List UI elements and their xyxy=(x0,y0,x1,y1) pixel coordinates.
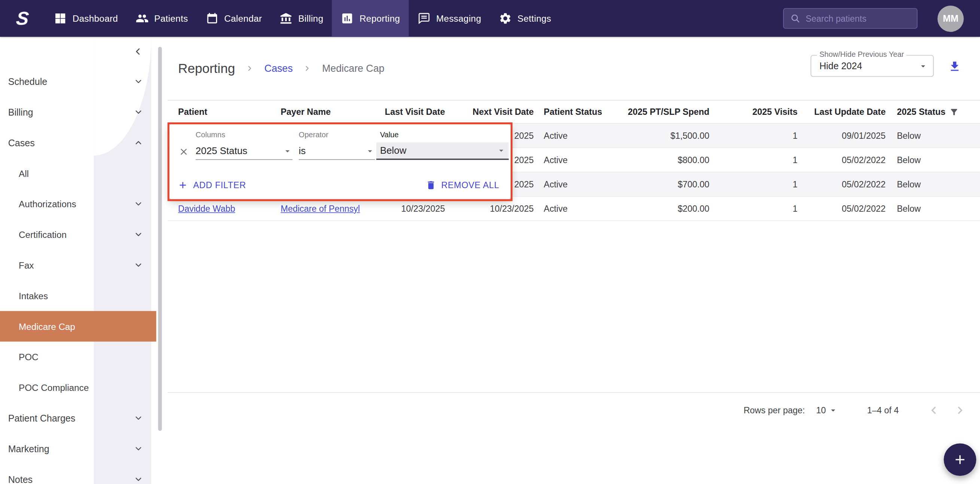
cell-spend: $1,500.00 xyxy=(616,130,710,141)
nav-reporting[interactable]: Reporting xyxy=(332,0,409,37)
search-box[interactable] xyxy=(783,8,918,29)
cell-spend: $700.00 xyxy=(616,179,710,189)
messaging-icon xyxy=(417,12,431,25)
app-logo[interactable]: S xyxy=(0,0,47,37)
header-spend[interactable]: 2025 PT/SLP Spend xyxy=(616,107,710,117)
cell-last-update: 05/02/2022 xyxy=(797,155,885,165)
download-button[interactable] xyxy=(948,60,961,73)
sidebar-menu: Schedule Billing Cases All Authorization… xyxy=(0,37,156,484)
payer-link[interactable]: Medicare of Pennsyl xyxy=(281,203,360,214)
cell-next-visit: 10/23/2025 xyxy=(445,203,534,214)
chevron-left-icon xyxy=(132,46,143,57)
table-row: Davidde Wabb Medicare of Pennsyl 10/23/2… xyxy=(167,197,980,221)
filter-panel: Columns 2025 Status Operator is Value Be… xyxy=(169,124,511,199)
chevron-down-icon xyxy=(134,77,143,86)
nav-messaging-label: Messaging xyxy=(436,13,481,24)
cell-visits: 1 xyxy=(710,203,797,214)
cell-patient-status: Active xyxy=(534,155,616,165)
add-fab-button[interactable] xyxy=(944,443,976,476)
nav-calendar-label: Calendar xyxy=(224,13,262,24)
reporting-icon xyxy=(340,12,354,25)
nav-settings-label: Settings xyxy=(517,13,551,24)
chevron-down-icon xyxy=(283,146,293,156)
nav-settings[interactable]: Settings xyxy=(490,0,560,37)
main-content: Reporting Cases Medicare Cap Show/Hide P… xyxy=(167,37,980,484)
header-next-visit-date[interactable]: Next Visit Date xyxy=(445,107,534,117)
sidebar-scrollbar[interactable] xyxy=(158,47,162,431)
search-input[interactable] xyxy=(805,13,910,24)
filter-value-select[interactable]: Below xyxy=(376,143,509,160)
chevron-down-icon xyxy=(134,260,143,270)
cell-last-update: 09/01/2025 xyxy=(797,130,885,141)
add-filter-button[interactable]: ADD FILTER xyxy=(177,176,246,194)
sidebar-item-poc[interactable]: POC xyxy=(0,341,156,372)
cell-patient-status: Active xyxy=(534,179,616,189)
nav-messaging[interactable]: Messaging xyxy=(409,0,490,37)
chevron-up-icon xyxy=(134,138,143,148)
chevron-right-icon xyxy=(303,64,312,73)
chevron-down-icon xyxy=(134,474,143,484)
sidebar-item-certification[interactable]: Certification xyxy=(0,219,156,250)
nav-reporting-label: Reporting xyxy=(360,13,400,24)
chevron-down-icon xyxy=(134,230,143,239)
avatar[interactable]: MM xyxy=(937,5,964,32)
header-patient[interactable]: Patient xyxy=(178,107,281,117)
nav-dashboard[interactable]: Dashboard xyxy=(45,0,127,37)
year-toggle-label: Show/Hide Previous Year xyxy=(817,50,906,59)
filter-columns-select[interactable]: 2025 Status xyxy=(196,143,293,160)
cell-last-update: 05/02/2022 xyxy=(797,203,885,214)
nav-billing[interactable]: Billing xyxy=(270,0,332,37)
sidebar-item-marketing[interactable]: Marketing xyxy=(0,433,156,464)
sidebar-collapse-button[interactable] xyxy=(0,37,156,66)
sidebar-item-authorizations[interactable]: Authorizations xyxy=(0,189,156,219)
filter-value-field: Value Below xyxy=(380,130,508,160)
chevron-down-icon xyxy=(365,146,375,156)
cell-last-update: 05/02/2022 xyxy=(797,179,885,189)
previous-page-button[interactable] xyxy=(926,403,941,417)
nav-patients-label: Patients xyxy=(154,13,188,24)
filter-icon[interactable] xyxy=(949,107,959,116)
sidebar-item-notes[interactable]: Notes xyxy=(0,464,156,484)
header-2025-status[interactable]: 2025 Status xyxy=(886,107,969,117)
cell-last-visit: 10/23/2025 xyxy=(383,203,445,214)
chevron-down-icon xyxy=(496,146,506,156)
chevron-down-icon xyxy=(828,405,838,415)
pagination-range: 1–4 of 4 xyxy=(867,405,898,415)
header-last-update-date[interactable]: Last Update Date xyxy=(797,107,885,117)
cell-payer: Medicare of Pennsyl xyxy=(281,203,383,214)
nav-dashboard-label: Dashboard xyxy=(73,13,118,24)
sidebar-item-fax[interactable]: Fax xyxy=(0,250,156,281)
sidebar-item-patient-charges[interactable]: Patient Charges xyxy=(0,403,156,433)
trash-icon xyxy=(426,179,436,190)
filter-value-label: Value xyxy=(380,130,508,139)
nav-patients[interactable]: Patients xyxy=(127,0,197,37)
download-icon xyxy=(948,60,961,73)
breadcrumb-cases-link[interactable]: Cases xyxy=(264,63,293,74)
rows-per-page-select[interactable]: 10 xyxy=(816,405,838,415)
settings-icon xyxy=(499,12,512,25)
sidebar-item-poc-compliance[interactable]: POC Compliance xyxy=(0,372,156,403)
sidebar-item-schedule[interactable]: Schedule xyxy=(0,66,156,97)
cell-visits: 1 xyxy=(710,179,797,189)
filter-operator-select[interactable]: is xyxy=(299,143,375,160)
remove-all-button[interactable]: REMOVE ALL xyxy=(426,176,500,194)
sidebar-item-cases[interactable]: Cases xyxy=(0,127,156,158)
header-patient-status[interactable]: Patient Status xyxy=(534,107,616,117)
header-last-visit-date[interactable]: Last Visit Date xyxy=(383,107,445,117)
header-visits[interactable]: 2025 Visits xyxy=(710,107,797,117)
header-payer-name[interactable]: Payer Name xyxy=(281,107,383,117)
next-page-button[interactable] xyxy=(953,403,968,417)
table-pagination: Rows per page: 10 1–4 of 4 xyxy=(167,392,980,427)
cell-2025-status: Below xyxy=(886,130,969,141)
sidebar-item-intakes[interactable]: Intakes xyxy=(0,281,156,311)
nav-calendar[interactable]: Calendar xyxy=(197,0,271,37)
sidebar-item-billing[interactable]: Billing xyxy=(0,97,156,127)
cell-2025-status: Below xyxy=(886,203,969,214)
sidebar-item-medicare-cap[interactable]: Medicare Cap xyxy=(0,311,156,341)
year-toggle-select[interactable]: Show/Hide Previous Year Hide 2024 xyxy=(811,55,934,77)
close-icon[interactable] xyxy=(179,147,189,157)
cell-patient-status: Active xyxy=(534,203,616,214)
patient-link[interactable]: Davidde Wabb xyxy=(178,203,235,214)
chevron-down-icon xyxy=(134,413,143,423)
sidebar-item-all[interactable]: All xyxy=(0,158,156,189)
